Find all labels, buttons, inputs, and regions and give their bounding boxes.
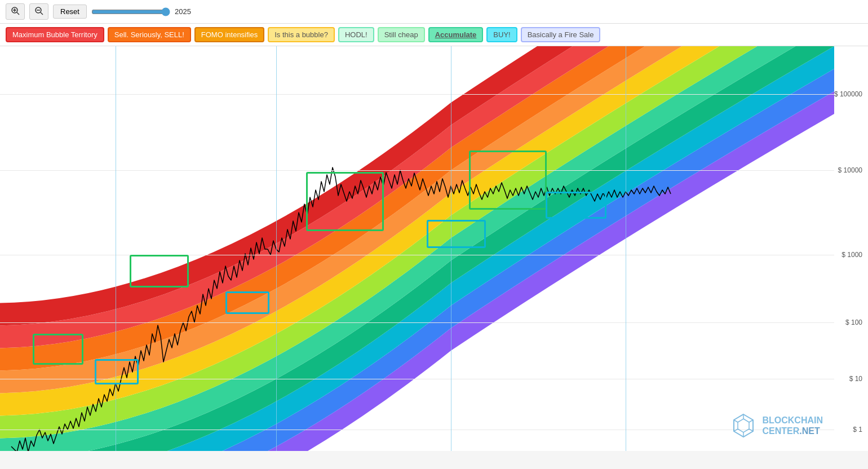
legend-fomo[interactable]: FOMO intensifies <box>194 27 264 42</box>
svg-line-11 <box>749 429 753 431</box>
chart-area: $ 100000 $ 10000 $ 1000 $ 100 $ 10 $ 1 B… <box>0 46 868 451</box>
watermark-text: BLOCKCHAIN CENTER.NET <box>762 415 823 436</box>
reset-button[interactable]: Reset <box>53 5 87 19</box>
legend-still-cheap[interactable]: Still cheap <box>378 27 425 42</box>
y-label-1: $ 1 <box>853 426 862 433</box>
y-label-100k: $ 100000 <box>834 90 862 98</box>
vert-line-3 <box>451 46 451 451</box>
vert-line-4 <box>626 46 626 451</box>
y-label-10: $ 10 <box>849 375 862 383</box>
svg-line-5 <box>41 12 43 15</box>
svg-line-1 <box>17 12 19 15</box>
zoom-out-button[interactable] <box>29 3 48 20</box>
legend-bar: Maximum Bubble Territory Sell. Seriously… <box>0 24 868 46</box>
toolbar: Reset 2025 <box>0 0 868 24</box>
zoom-in-button[interactable] <box>6 3 25 20</box>
svg-marker-8 <box>738 419 749 432</box>
legend-bubble[interactable]: Is this a bubble? <box>268 27 335 42</box>
legend-sell[interactable]: Sell. Seriously, SELL! <box>108 27 191 42</box>
grid-line-10 <box>0 379 834 379</box>
vert-line-2 <box>276 46 277 451</box>
svg-line-13 <box>734 429 738 431</box>
year-slider[interactable] <box>91 7 170 16</box>
vert-line-1 <box>116 46 116 451</box>
grid-line-1 <box>0 430 834 430</box>
grid-line-100 <box>0 322 834 323</box>
legend-hodl[interactable]: HODL! <box>338 27 374 42</box>
legend-fire-sale[interactable]: Basically a Fire Sale <box>521 27 601 42</box>
svg-line-10 <box>749 420 753 422</box>
y-label-10k: $ 10000 <box>838 166 862 174</box>
legend-buy[interactable]: BUY! <box>486 27 517 42</box>
svg-line-14 <box>734 420 738 422</box>
grid-line-1k <box>0 255 834 255</box>
year-label: 2025 <box>175 7 191 16</box>
watermark: BLOCKCHAIN CENTER.NET <box>729 412 823 440</box>
legend-accumulate[interactable]: Accumulate <box>428 27 484 42</box>
y-label-1k: $ 1000 <box>842 251 862 259</box>
y-label-100: $ 100 <box>845 318 862 326</box>
legend-max-bubble[interactable]: Maximum Bubble Territory <box>6 27 104 42</box>
year-slider-container: 2025 <box>91 7 191 16</box>
grid-line-100k <box>0 94 834 95</box>
blockchain-logo <box>729 412 758 440</box>
grid-line-10k <box>0 170 834 171</box>
